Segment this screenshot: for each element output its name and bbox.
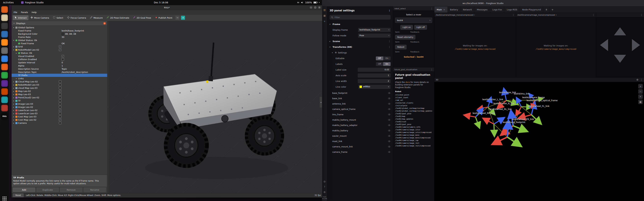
follow-mode-select[interactable]: Pose▾ bbox=[358, 33, 390, 38]
teleop-right-button[interactable] bbox=[632, 39, 640, 51]
display-row-tf-prefix[interactable]: TF Prefix bbox=[12, 74, 107, 77]
clock[interactable]: Dec 5 16:06 bbox=[154, 1, 168, 4]
tab-node-playground[interactable]: Node-Playground bbox=[520, 6, 544, 12]
visibility-eye-icon[interactable] bbox=[388, 134, 390, 138]
enable-checkbox[interactable] bbox=[59, 93, 62, 96]
frame-row-base-link[interactable]: base_link bbox=[327, 96, 393, 101]
display-row-grid[interactable]: ▸Grid bbox=[12, 45, 107, 48]
panel-menu-icon[interactable]: ⋮ bbox=[512, 13, 514, 16]
dock-icon-files[interactable] bbox=[1, 14, 8, 21]
topic-option[interactable]: /leo04/camera/image_mono bbox=[395, 134, 432, 136]
display-row-pointcloud2-leo-02[interactable]: ▸PointCloud2 Leo-02 bbox=[12, 96, 107, 99]
dock-icon-rviz[interactable]: RViz bbox=[1, 113, 8, 120]
panel-menu-icon[interactable]: ⋮ bbox=[430, 68, 433, 71]
tf-visualization[interactable]: leo04/base_linkleo04/imu_linkleo04/rocke… bbox=[434, 82, 644, 201]
topic-option[interactable]: /leo04/camera/image_raw bbox=[395, 139, 432, 142]
views-panel-handle[interactable]: ◂ bbox=[320, 97, 322, 108]
frame-row-antenna-link[interactable]: antenna_link bbox=[327, 101, 393, 106]
topic-option[interactable]: /client_count bbox=[395, 96, 432, 99]
dock-icon-matlab[interactable] bbox=[1, 96, 8, 103]
visibility-eye-icon[interactable] bbox=[388, 150, 390, 154]
panel-menu-icon[interactable]: ⋮ bbox=[640, 78, 643, 81]
visibility-eye-icon[interactable] bbox=[388, 108, 390, 111]
tab-main[interactable]: Main× bbox=[434, 6, 448, 12]
expander-icon[interactable]: ▸ bbox=[15, 52, 18, 54]
tab-logs-fox[interactable]: Logs-Fox bbox=[490, 6, 504, 12]
menu-help[interactable]: Help bbox=[32, 11, 37, 13]
topic-option[interactable]: /leo03/goal_pose bbox=[395, 123, 432, 126]
enable-checkbox[interactable] bbox=[59, 87, 62, 89]
frame-row-makita-battery[interactable]: makita_battery bbox=[327, 128, 393, 133]
dock-icon-terminal[interactable] bbox=[1, 23, 8, 29]
future-goal-panel-header[interactable]: future_goal_visualisation ⋮ bbox=[393, 67, 434, 72]
close-button[interactable]: ✕ bbox=[318, 6, 321, 9]
panels-icon[interactable]: ▥ bbox=[323, 8, 326, 11]
line-color-input[interactable]: #ffff00 ✕ bbox=[358, 85, 390, 89]
panel-menu-icon[interactable]: ⋮ bbox=[592, 13, 594, 16]
labels-toggle[interactable]: OffOn bbox=[376, 62, 390, 66]
teleop-left-button[interactable] bbox=[600, 39, 608, 51]
expander-icon[interactable]: ▸ bbox=[12, 103, 15, 105]
display-row-fixed-frame[interactable]: Fixed Frameleo04/base_footprint bbox=[12, 29, 107, 32]
visibility-eye-icon[interactable] bbox=[388, 91, 390, 95]
expander-icon[interactable]: ▾ bbox=[12, 27, 15, 28]
visibility-eye-icon[interactable] bbox=[388, 97, 390, 100]
tool-measure[interactable]: Measure bbox=[88, 15, 104, 20]
filter-input[interactable] bbox=[334, 16, 389, 19]
system-tray[interactable]: 100% ▾ bbox=[297, 1, 322, 4]
menu-panels[interactable]: Panels bbox=[21, 11, 28, 13]
panel-splitter[interactable]: ⋮ bbox=[107, 21, 108, 193]
image-panel-header[interactable]: /leo02/camera/image_mono/compressed▾ ⋮ bbox=[434, 13, 516, 17]
display-row-frame-rate[interactable]: Frame Rate30 bbox=[12, 35, 107, 39]
enable-checkbox[interactable] bbox=[59, 119, 62, 121]
topic-option[interactable]: /leo04/camera/camera_info bbox=[395, 126, 432, 128]
enable-checkbox[interactable] bbox=[59, 109, 62, 112]
show-applications-button[interactable] bbox=[2, 197, 6, 201]
display-row-alpha[interactable]: Alpha1 bbox=[12, 64, 107, 67]
enable-checkbox[interactable] bbox=[59, 103, 62, 105]
expander-icon[interactable]: ▸ bbox=[12, 119, 15, 121]
image-panel-header[interactable]: /leo03/camera/image_mono/compressed▾ ⋮ bbox=[516, 13, 596, 17]
visibility-eye-icon[interactable] bbox=[388, 102, 390, 105]
help-icon[interactable]: ? bbox=[323, 185, 326, 189]
display-row-robotmodel-leo-02[interactable]: ▾RobotModel Leo-02 bbox=[12, 48, 107, 51]
docs-link[interactable]: docs bbox=[406, 81, 410, 83]
enable-checkbox[interactable] bbox=[59, 99, 62, 102]
menu-file[interactable]: File bbox=[14, 11, 17, 13]
add-button[interactable]: Add bbox=[13, 188, 35, 192]
frame-row-camera-frame[interactable]: camera_frame bbox=[327, 149, 393, 155]
displays-panel-header[interactable]: ▾ Displays ✕ bbox=[12, 21, 107, 26]
dock-icon-boxes[interactable] bbox=[1, 55, 8, 62]
topic-option[interactable]: /clicked_point bbox=[395, 93, 432, 96]
dock-icon-firefox[interactable] bbox=[1, 6, 8, 13]
frame-row-imu-frame[interactable]: imu_frame bbox=[327, 112, 393, 117]
axis-scale-input[interactable]: 1 bbox=[358, 73, 390, 78]
tool-interact[interactable]: Interact bbox=[13, 15, 28, 20]
frame-row-camera-optical-frame[interactable]: camera_optical_frame bbox=[327, 106, 393, 112]
display-row-robotmodel-leo-03[interactable]: ▸RobotModel Leo-03 bbox=[12, 83, 107, 86]
label-size-input[interactable]: 0.03 bbox=[358, 68, 390, 72]
topic-option[interactable]: /initialpose bbox=[395, 104, 432, 107]
panel-menu-icon[interactable]: ⋮ bbox=[430, 7, 433, 10]
visibility-eye-icon[interactable] bbox=[388, 145, 390, 148]
add-tool-button[interactable]: + bbox=[181, 16, 185, 20]
dock-icon-inkscape[interactable] bbox=[1, 88, 8, 95]
display-row-cloud-map-leo-02[interactable]: ▸Cloud Map Leo-02 bbox=[12, 80, 107, 83]
settings-gear-icon[interactable]: ⚙ bbox=[323, 191, 326, 194]
threed-panel-header[interactable]: 3D ⚙ ⋮ bbox=[434, 78, 644, 82]
expander-icon[interactable]: ▸ bbox=[12, 106, 15, 108]
close-tab-icon[interactable]: × bbox=[443, 8, 445, 11]
display-row-background-color[interactable]: Background Color48; 48; 48 bbox=[12, 32, 107, 35]
enable-checkbox[interactable] bbox=[59, 49, 62, 51]
expander-icon[interactable]: ▸ bbox=[12, 110, 15, 111]
display-row-cost-map-leo-02[interactable]: ▸Cost Map Leo-02 bbox=[12, 118, 107, 121]
remove-button[interactable]: Remove bbox=[60, 188, 82, 192]
display-row-laserscan-leo-02[interactable]: ▸LaserScan Leo-02 bbox=[12, 109, 107, 112]
frame-row-mast-link[interactable]: mast_link bbox=[327, 139, 393, 144]
dock-icon-system-monitor[interactable] bbox=[1, 72, 8, 79]
visibility-eye-icon[interactable] bbox=[388, 140, 390, 143]
dock-icon-gimp[interactable] bbox=[1, 47, 8, 54]
dock-icon-vlc[interactable] bbox=[1, 39, 8, 46]
editable-toggle[interactable]: OffOn bbox=[376, 56, 390, 60]
enable-checkbox[interactable] bbox=[59, 115, 62, 118]
